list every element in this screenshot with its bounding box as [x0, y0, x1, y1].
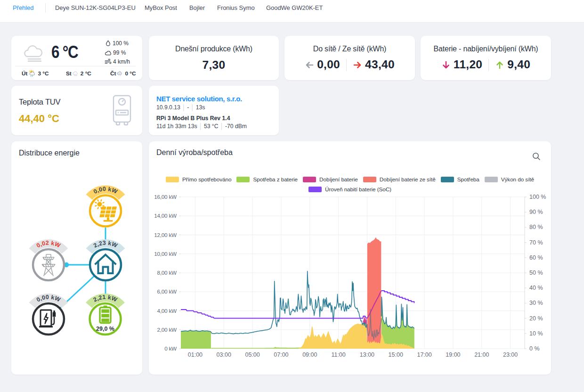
svg-text:13:00: 13:00 — [360, 351, 374, 358]
svg-text:0,02 kW: 0,02 kW — [35, 239, 61, 249]
svg-text:07:00: 07:00 — [274, 351, 288, 358]
svg-text:6,00 kW: 6,00 kW — [157, 288, 177, 295]
svg-text:15:00: 15:00 — [389, 351, 403, 358]
svg-text:0,00 kW: 0,00 kW — [35, 294, 61, 303]
svg-text:29,0 %: 29,0 % — [96, 326, 114, 332]
svg-text:30 %: 30 % — [529, 300, 543, 306]
svg-text:21:00: 21:00 — [474, 351, 489, 358]
svg-text:19:00: 19:00 — [446, 351, 460, 358]
svg-text:0 kW: 0 kW — [164, 345, 177, 352]
svg-text:09:00: 09:00 — [302, 351, 317, 358]
svg-text:80 %: 80 % — [529, 224, 543, 230]
svg-text:01:00: 01:00 — [188, 351, 203, 358]
svg-text:23:00: 23:00 — [503, 351, 518, 358]
svg-text:0,00 kW: 0,00 kW — [92, 186, 118, 195]
svg-text:17:00: 17:00 — [417, 351, 431, 358]
svg-text:2,00 kW: 2,00 kW — [157, 327, 177, 333]
svg-text:16,00 kW: 16,00 kW — [154, 194, 177, 200]
svg-text:100 %: 100 % — [529, 194, 546, 200]
svg-text:8,00 kW: 8,00 kW — [157, 270, 177, 276]
svg-text:11:00: 11:00 — [331, 351, 345, 358]
svg-text:10,00 kW: 10,00 kW — [154, 251, 177, 257]
svg-text:20 %: 20 % — [529, 315, 543, 322]
svg-text:70 %: 70 % — [529, 239, 543, 246]
svg-text:60 %: 60 % — [529, 254, 543, 261]
svg-text:03:00: 03:00 — [217, 351, 231, 358]
svg-text:05:00: 05:00 — [245, 351, 260, 358]
svg-text:0 %: 0 % — [529, 345, 540, 352]
svg-text:12,00 kW: 12,00 kW — [154, 232, 177, 238]
svg-text:40 %: 40 % — [529, 285, 543, 291]
svg-text:10 %: 10 % — [529, 330, 543, 337]
svg-text:14,00 kW: 14,00 kW — [154, 212, 177, 219]
svg-text:50 %: 50 % — [529, 270, 543, 276]
svg-text:2,21 kW: 2,21 kW — [92, 294, 118, 303]
svg-text:90 %: 90 % — [529, 209, 543, 215]
svg-text:2,23 kW: 2,23 kW — [92, 239, 118, 249]
svg-text:4,00 kW: 4,00 kW — [157, 308, 177, 314]
